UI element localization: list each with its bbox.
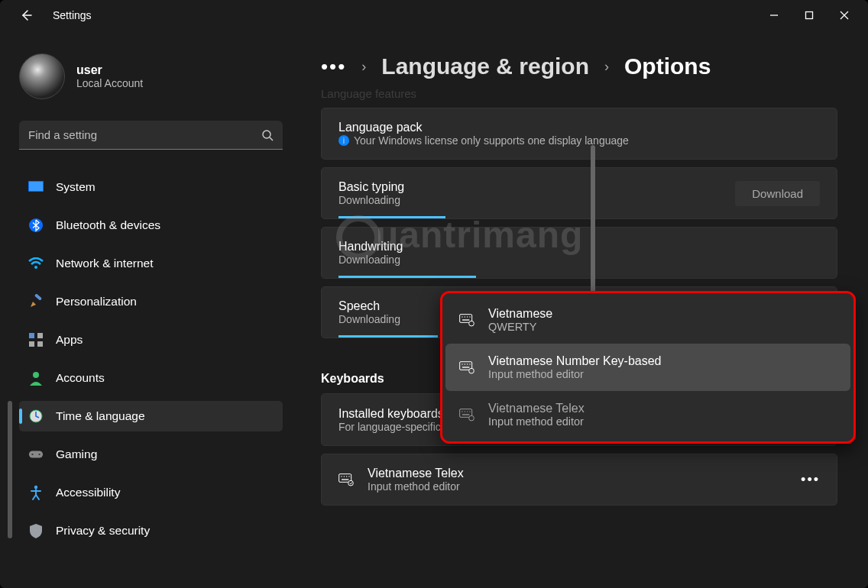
card-status: Downloading — [338, 194, 721, 206]
svg-rect-34 — [462, 319, 469, 320]
sidebar-item-apps[interactable]: Apps — [19, 325, 283, 355]
sidebar-item-gaming[interactable]: Gaming — [19, 439, 283, 470]
option-title: Vietnamese Number Key-based — [488, 354, 662, 368]
sidebar-item-label: Accounts — [56, 371, 105, 385]
gamepad-icon — [28, 447, 44, 462]
sidebar-item-label: Privacy & security — [56, 524, 150, 538]
apps-icon — [28, 332, 44, 347]
svg-point-9 — [34, 266, 37, 269]
card-title: Language pack — [338, 121, 820, 134]
sidebar-scrollbar[interactable] — [8, 401, 12, 573]
minimize-button[interactable] — [756, 3, 792, 27]
svg-point-33 — [469, 316, 470, 317]
sidebar-item-accessibility[interactable]: Accessibility — [19, 477, 283, 508]
breadcrumb-options: Options — [624, 53, 711, 79]
svg-rect-41 — [462, 367, 469, 367]
svg-rect-1 — [806, 12, 813, 19]
sidebar-item-system[interactable]: System — [19, 172, 283, 202]
sidebar-item-personalization[interactable]: Personalization — [19, 286, 283, 317]
keyboard-icon — [459, 360, 474, 375]
chevron-right-icon: › — [604, 59, 609, 75]
breadcrumb: ••• › Language & region › Options — [321, 53, 837, 79]
user-block[interactable]: user Local Account — [19, 53, 283, 99]
accessibility-icon — [28, 485, 44, 500]
option-title: Vietnamese Telex — [488, 402, 585, 415]
svg-rect-12 — [37, 333, 43, 338]
sidebar-item-label: Accessibility — [56, 486, 120, 499]
svg-point-44 — [462, 411, 462, 412]
info-icon: i — [338, 135, 349, 146]
add-keyboard-popup: Vietnamese QWERTY Vietnamese Number Key-… — [440, 291, 856, 444]
svg-point-20 — [38, 454, 40, 455]
search-box[interactable] — [19, 121, 283, 150]
svg-point-24 — [344, 476, 345, 477]
svg-rect-11 — [29, 333, 34, 338]
clock-globe-icon — [28, 409, 44, 424]
svg-point-39 — [467, 363, 468, 364]
sidebar-item-bluetooth[interactable]: Bluetooth & devices — [19, 210, 283, 241]
svg-point-46 — [467, 411, 468, 412]
card-title: Handwriting — [338, 240, 820, 254]
keyboard-icon — [338, 472, 354, 487]
svg-point-38 — [465, 363, 465, 364]
card-keyboard-row[interactable]: Vietnamese Telex Input method editor ••• — [321, 454, 837, 506]
paintbrush-icon — [28, 294, 44, 309]
progress-bar — [338, 276, 476, 278]
svg-point-21 — [34, 486, 37, 489]
card-language-pack: Language pack i Your Windows license onl… — [321, 108, 837, 160]
nav-list: System Bluetooth & devices Network & int… — [19, 168, 283, 550]
more-options-button[interactable]: ••• — [801, 472, 820, 488]
svg-point-31 — [465, 316, 465, 317]
card-handwriting: Handwriting Downloading — [321, 227, 837, 279]
svg-point-45 — [465, 411, 465, 412]
svg-rect-7 — [29, 182, 43, 191]
sidebar-item-privacy[interactable]: Privacy & security — [19, 515, 283, 546]
progress-bar — [338, 335, 438, 338]
section-language-features: Language features — [321, 87, 837, 100]
svg-rect-48 — [462, 414, 469, 415]
sidebar: user Local Account System Bluetooth & de… — [0, 31, 298, 588]
breadcrumb-language-region[interactable]: Language & region — [381, 53, 589, 79]
svg-point-42 — [469, 368, 474, 373]
user-type: Local Account — [76, 77, 143, 89]
keyboard-option-vietnamese-qwerty[interactable]: Vietnamese QWERTY — [445, 296, 850, 344]
back-button[interactable] — [19, 8, 33, 22]
sidebar-item-accounts[interactable]: Accounts — [19, 363, 283, 393]
person-icon — [28, 370, 44, 386]
search-input[interactable] — [28, 128, 261, 141]
close-button[interactable] — [827, 3, 862, 27]
chevron-right-icon: › — [361, 59, 366, 75]
titlebar: Settings — [0, 0, 868, 31]
card-subtitle: i Your Windows license only supports one… — [338, 134, 820, 147]
sidebar-item-label: Apps — [56, 333, 83, 347]
sidebar-item-label: Time & language — [56, 409, 145, 423]
svg-point-35 — [469, 321, 474, 326]
breadcrumb-overflow[interactable]: ••• — [321, 63, 346, 70]
app-title: Settings — [53, 9, 92, 21]
svg-point-49 — [469, 415, 474, 421]
svg-rect-13 — [29, 341, 34, 347]
keyboard-sub: Input method editor — [368, 480, 787, 493]
keyboard-option-vietnamese-number-key[interactable]: Vietnamese Number Key-based Input method… — [445, 344, 850, 391]
window-controls — [756, 3, 862, 27]
download-button[interactable]: Download — [735, 181, 820, 206]
settings-window: Settings user Local Account — [0, 0, 868, 588]
svg-point-32 — [467, 316, 468, 317]
avatar — [19, 53, 65, 99]
sidebar-item-label: Gaming — [56, 447, 97, 461]
user-name: user — [76, 63, 143, 77]
maximize-button[interactable] — [792, 3, 827, 27]
svg-point-26 — [348, 476, 349, 477]
keyboard-option-vietnamese-telex[interactable]: Vietnamese Telex Input method editor — [445, 391, 850, 438]
wifi-icon — [28, 256, 44, 271]
svg-point-25 — [346, 476, 347, 477]
option-sub: QWERTY — [488, 321, 552, 333]
sidebar-item-time-language[interactable]: Time & language — [19, 401, 283, 431]
svg-rect-14 — [37, 341, 43, 347]
keyboard-icon — [459, 312, 474, 328]
svg-point-15 — [33, 372, 39, 378]
keyboard-name: Vietnamese Telex — [368, 467, 787, 480]
sidebar-item-label: Network & internet — [56, 257, 154, 270]
sidebar-item-network[interactable]: Network & internet — [19, 248, 283, 279]
shield-icon — [28, 523, 44, 538]
